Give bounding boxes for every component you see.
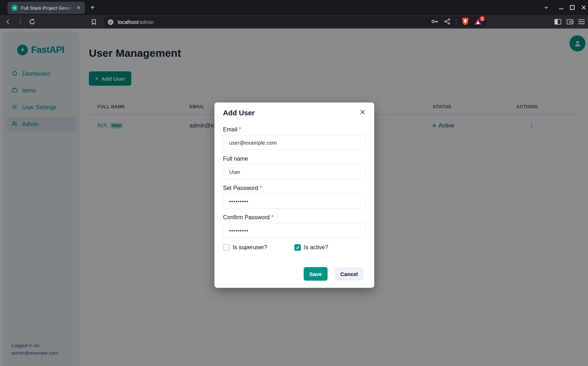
modal-footer: Save Cancel [223, 267, 366, 281]
required-asterisk: * [260, 185, 262, 191]
full-name-field[interactable] [223, 164, 366, 179]
email-field-group: Email * [223, 126, 366, 150]
window-minimize-button[interactable] [557, 3, 566, 12]
back-icon[interactable] [3, 16, 14, 27]
full-name-label: Full name [223, 156, 366, 162]
page-viewport: FastAPI Dashboard Items User Settings Ad… [0, 29, 588, 366]
set-password-label: Set Password * [223, 185, 366, 191]
is-active-label: Is active? [304, 244, 328, 251]
forward-icon[interactable] [15, 16, 25, 27]
is-superuser-checkbox[interactable] [223, 244, 229, 251]
set-password-field-group: Set Password * [223, 185, 366, 209]
modal-title: Add User [223, 109, 366, 117]
modal-close-icon[interactable] [358, 107, 367, 117]
fastapi-favicon-icon [11, 5, 18, 11]
bookmark-icon[interactable] [88, 16, 99, 27]
url-path: /admin [138, 19, 154, 25]
hamburger-menu-icon[interactable] [576, 16, 587, 27]
browser-tab-strip: Full Stack Project Genera ✕ + [0, 0, 588, 15]
confirm-password-field-group: Confirm Password * [223, 214, 366, 238]
save-button[interactable]: Save [304, 267, 328, 281]
is-superuser-label: Is superuser? [233, 244, 267, 251]
email-field[interactable] [223, 135, 366, 150]
tab-title: Full Stack Project Genera [21, 5, 75, 11]
cancel-button[interactable]: Cancel [335, 267, 364, 281]
reload-icon[interactable] [27, 16, 37, 27]
browser-toolbar: i localhost/admin 1 [0, 15, 588, 29]
is-active-checkbox[interactable] [294, 244, 301, 251]
browser-tab[interactable]: Full Stack Project Genera ✕ [7, 2, 85, 14]
brave-rewards-icon[interactable]: 1 [474, 18, 483, 26]
brave-shield-icon[interactable] [462, 17, 469, 27]
tab-search-chevron-icon[interactable] [542, 3, 551, 12]
rewards-count-badge: 1 [480, 16, 485, 21]
required-asterisk: * [271, 214, 273, 220]
full-name-field-group: Full name [223, 156, 366, 179]
sidebar-toggle-icon[interactable] [552, 16, 563, 27]
is-active-option[interactable]: Is active? [294, 244, 366, 251]
url-bar[interactable]: i localhost/admin 1 [103, 16, 487, 27]
toolbar-divider [456, 19, 456, 25]
key-icon[interactable] [431, 18, 439, 26]
confirm-password-field[interactable] [223, 223, 366, 238]
window-close-button[interactable] [579, 3, 588, 12]
add-user-modal: Add User Email * Full name Set Password … [214, 102, 374, 288]
confirm-password-label: Confirm Password * [223, 214, 366, 221]
tab-close-icon[interactable]: ✕ [75, 4, 82, 11]
site-info-icon[interactable]: i [108, 19, 113, 25]
set-password-field[interactable] [223, 194, 366, 209]
window-maximize-button[interactable] [568, 3, 577, 12]
new-tab-button[interactable]: + [87, 2, 98, 13]
required-asterisk: * [239, 126, 241, 132]
email-label: Email * [223, 126, 366, 133]
wallet-icon[interactable] [564, 16, 575, 27]
checkbox-row: Is superuser? Is active? [223, 244, 366, 251]
is-superuser-option[interactable]: Is superuser? [223, 244, 294, 251]
share-icon[interactable] [444, 18, 451, 26]
url-host: localhost [118, 19, 138, 25]
